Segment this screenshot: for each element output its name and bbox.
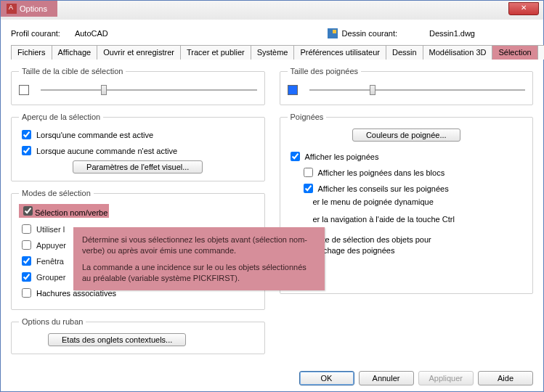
current-drawing-value: Dessin1.dwg bbox=[429, 29, 475, 38]
noun-verb-label: Sélection nom/verbe bbox=[35, 208, 107, 217]
tab-ouvrir[interactable]: Ouvrir et enregistrer bbox=[97, 45, 181, 60]
ctrl-cycle-label-partial: er la navigation à l'aide de la touche C… bbox=[313, 215, 455, 224]
show-grips-label: Afficher les poignées bbox=[305, 152, 379, 161]
tab-preferences[interactable]: Préférences utilisateur bbox=[293, 45, 386, 60]
right-column: Taille des poignées Poignées Couleurs de… bbox=[280, 67, 534, 362]
noun-verb-tooltip: Détermine si vous sélectionnez les objet… bbox=[73, 227, 325, 290]
tab-profils[interactable]: Profils bbox=[537, 45, 544, 60]
show-grips-checkbox[interactable] bbox=[291, 152, 300, 161]
window-title: Options bbox=[20, 4, 47, 13]
tabs: Fichiers Affichage Ouvrir et enregistrer… bbox=[11, 44, 533, 60]
pickbox-slider[interactable] bbox=[41, 83, 257, 97]
grip-tips-checkbox[interactable] bbox=[304, 184, 313, 193]
ribbon-legend: Options du ruban bbox=[19, 317, 86, 326]
profile-row: Profil courant: AutoCAD Dessin courant: … bbox=[11, 28, 533, 38]
preview-nocmd-label: Lorsque aucune commande n'est active bbox=[36, 147, 177, 155]
app-icon bbox=[7, 4, 17, 14]
tab-dessin[interactable]: Dessin bbox=[386, 45, 423, 60]
title-area: Options bbox=[1, 1, 57, 17]
preview-cmd-active-label: Lorsqu'une commande est active bbox=[36, 131, 153, 139]
preview-group: Aperçu de la sélection Lorsqu'une comman… bbox=[11, 113, 265, 181]
visual-effect-button[interactable]: Paramètres de l'effet visuel... bbox=[73, 160, 203, 173]
dialog-footer: OK Annuler Appliquer Aide bbox=[299, 371, 533, 385]
gripsize-legend: Taille des poignées bbox=[288, 67, 362, 75]
ribbon-group: Options du ruban Etats des onglets conte… bbox=[11, 317, 265, 354]
close-button[interactable]: ✕ bbox=[508, 2, 539, 15]
tab-selection[interactable]: Sélection bbox=[492, 45, 537, 60]
pickbox-legend: Taille de la cible de sélection bbox=[19, 67, 126, 75]
tab-fichiers[interactable]: Fichiers bbox=[11, 45, 52, 60]
preview-nocmd-checkbox[interactable] bbox=[22, 146, 31, 155]
grips-legend: Poignées bbox=[288, 113, 327, 121]
help-button[interactable]: Aide bbox=[478, 371, 533, 385]
grips-blocks-checkbox[interactable] bbox=[304, 168, 313, 177]
tooltip-p2: La commande a une incidence sur le ou le… bbox=[82, 262, 316, 284]
noun-verb-checkbox[interactable] bbox=[23, 206, 33, 216]
tab-tracer[interactable]: Tracer et publier bbox=[180, 45, 251, 60]
implied-window-label: Fenêtra bbox=[36, 257, 64, 266]
tab-affichage[interactable]: Affichage bbox=[52, 45, 98, 60]
gripsize-group: Taille des poignées bbox=[280, 67, 534, 105]
panel-columns: Taille de la cible de sélection Aperçu d… bbox=[11, 67, 533, 362]
press-drag-checkbox[interactable] bbox=[22, 240, 31, 250]
current-drawing-label: Dessin courant: bbox=[342, 29, 397, 38]
contextual-tabs-button[interactable]: Etats des onglets contextuels... bbox=[48, 333, 186, 346]
grips-blocks-label: Afficher les poignées dans les blocs bbox=[318, 168, 445, 177]
tooltip-p1: Détermine si vous sélectionnez les objet… bbox=[82, 234, 316, 256]
tab-systeme[interactable]: Système bbox=[251, 45, 295, 60]
drawing-icon bbox=[328, 28, 338, 38]
dynamic-menu-label-partial: er le menu de poignée dynamique bbox=[313, 197, 434, 206]
gripsize-slider[interactable] bbox=[309, 83, 526, 97]
current-profile-value: AutoCAD bbox=[75, 29, 108, 38]
ok-button[interactable]: OK bbox=[299, 371, 354, 385]
shift-add-label: Utiliser l bbox=[36, 225, 65, 234]
left-column: Taille de la cible de sélection Aperçu d… bbox=[11, 67, 265, 362]
grip-limit-label-2: affichage des poignées bbox=[313, 246, 395, 255]
assoc-hatch-checkbox[interactable] bbox=[22, 288, 31, 298]
grip-limit-label-1: imite de sélection des objets pour bbox=[313, 235, 431, 244]
object-group-label: Grouper bbox=[36, 273, 65, 282]
pickbox-preview bbox=[19, 85, 29, 95]
preview-cmd-active-checkbox[interactable] bbox=[22, 130, 31, 139]
preview-legend: Aperçu de la sélection bbox=[19, 113, 103, 121]
shift-add-checkbox[interactable] bbox=[22, 224, 31, 234]
cancel-button[interactable]: Annuler bbox=[359, 371, 414, 385]
noun-verb-row: Sélection nom/verbe bbox=[19, 204, 109, 218]
implied-window-checkbox[interactable] bbox=[22, 256, 31, 266]
titlebar: Options ✕ bbox=[1, 1, 543, 20]
pickbox-group: Taille de la cible de sélection bbox=[11, 67, 265, 105]
object-group-checkbox[interactable] bbox=[22, 272, 31, 282]
gripsize-preview bbox=[288, 85, 298, 95]
press-drag-label: Appuyer bbox=[36, 241, 66, 250]
current-profile-label: Profil courant: bbox=[11, 29, 60, 38]
grip-tips-label: Afficher les conseils sur les poignées bbox=[318, 184, 449, 193]
grip-colors-button[interactable]: Couleurs de poignée... bbox=[352, 128, 460, 142]
modes-legend: Modes de sélection bbox=[19, 189, 94, 197]
apply-button[interactable]: Appliquer bbox=[418, 371, 474, 385]
options-dialog: Options ✕ Profil courant: AutoCAD Dessin… bbox=[0, 0, 544, 392]
content-area: Profil courant: AutoCAD Dessin courant: … bbox=[1, 20, 543, 366]
tab-3d[interactable]: Modélisation 3D bbox=[423, 45, 493, 60]
